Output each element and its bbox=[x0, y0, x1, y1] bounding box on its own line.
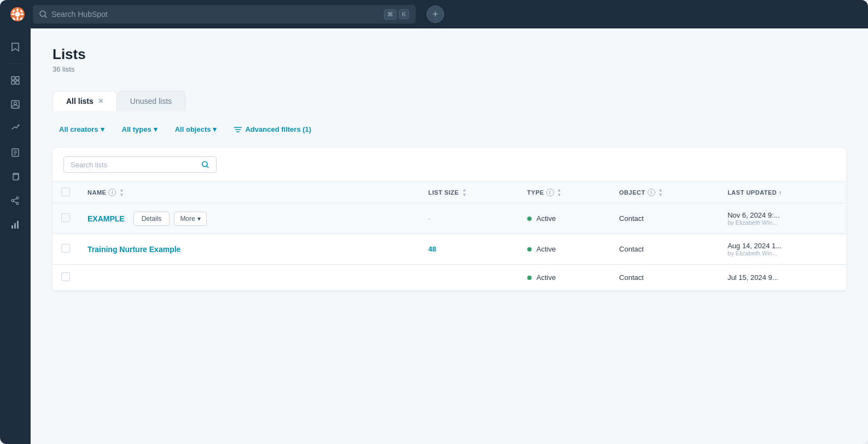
hubspot-logo bbox=[9, 5, 26, 23]
th-type: TYPE i ▲▼ bbox=[519, 182, 610, 203]
th-name-label: NAME bbox=[88, 189, 106, 196]
all-objects-filter[interactable]: All objects ▾ bbox=[168, 122, 224, 137]
row-3-list-size-cell bbox=[420, 265, 519, 291]
tabs-container: All lists ✕ Unused lists bbox=[53, 91, 846, 111]
row-2-type-cell: Active bbox=[519, 234, 610, 265]
row-1-checkbox[interactable] bbox=[61, 213, 70, 222]
cmd-key: ⌘ bbox=[384, 9, 397, 20]
select-all-header[interactable] bbox=[53, 182, 79, 203]
row-2-list-size-cell: 48 bbox=[420, 234, 519, 265]
creators-chevron-icon: ▾ bbox=[101, 125, 104, 133]
row-1-object: Contact bbox=[619, 214, 644, 223]
th-list-size: LIST SIZE ▲▼ bbox=[420, 182, 519, 203]
row-2-type-status: Active bbox=[537, 245, 556, 253]
create-button[interactable]: + bbox=[427, 5, 444, 23]
row-2-checkbox-cell[interactable] bbox=[53, 234, 79, 265]
search-input-wrapper[interactable] bbox=[63, 156, 217, 173]
svg-rect-31 bbox=[17, 221, 19, 229]
svg-rect-3 bbox=[17, 17, 19, 20]
k-key: K bbox=[399, 9, 409, 19]
row-1-checkbox-cell[interactable] bbox=[53, 203, 79, 234]
object-sort[interactable]: ▲▼ bbox=[659, 188, 663, 197]
svg-rect-30 bbox=[14, 223, 16, 229]
svg-rect-2 bbox=[17, 8, 19, 11]
tab-all-lists-close[interactable]: ✕ bbox=[98, 97, 103, 105]
th-type-label: TYPE bbox=[527, 189, 544, 196]
row-1-name-link[interactable]: EXAMPLE bbox=[88, 214, 125, 223]
table-row: EXAMPLE Details More ▾ bbox=[53, 203, 846, 234]
row-2-checkbox[interactable] bbox=[61, 244, 70, 253]
sidebar bbox=[0, 28, 31, 444]
select-all-checkbox[interactable] bbox=[61, 188, 70, 196]
row-1-more-chevron: ▾ bbox=[197, 215, 201, 223]
sidebar-item-grid[interactable] bbox=[5, 71, 25, 90]
sidebar-item-contacts[interactable] bbox=[5, 95, 25, 114]
sidebar-item-copy[interactable] bbox=[5, 167, 25, 186]
object-info-icon[interactable]: i bbox=[648, 189, 655, 196]
row-3-date: Jul 15, 2024 9... bbox=[727, 273, 837, 282]
table-row: Training Nurture Example Details More ▾ bbox=[53, 234, 846, 265]
type-sort[interactable]: ▲▼ bbox=[557, 188, 562, 197]
svg-line-11 bbox=[45, 16, 46, 17]
svg-rect-4 bbox=[11, 14, 15, 15]
tab-all-lists[interactable]: All lists ✕ bbox=[53, 91, 117, 111]
all-types-label: All types bbox=[122, 125, 152, 133]
svg-point-24 bbox=[16, 197, 19, 199]
tab-unused-lists-label: Unused lists bbox=[130, 97, 172, 106]
list-size-sort[interactable]: ▲▼ bbox=[462, 188, 467, 197]
th-object: OBJECT i ▲▼ bbox=[610, 182, 719, 203]
page-title: Lists bbox=[53, 46, 846, 63]
row-3-checkbox[interactable] bbox=[61, 272, 70, 281]
name-info-icon[interactable]: i bbox=[108, 189, 116, 196]
all-types-filter[interactable]: All types ▾ bbox=[115, 122, 164, 137]
row-3-object-cell: Contact bbox=[610, 265, 719, 291]
row-2-name-cell: Training Nurture Example Details More ▾ bbox=[79, 234, 420, 265]
svg-point-17 bbox=[14, 102, 17, 105]
row-3-checkbox-cell[interactable] bbox=[53, 265, 79, 291]
type-info-icon[interactable]: i bbox=[546, 189, 554, 196]
row-1-type-status: Active bbox=[537, 214, 556, 223]
advanced-filters-button[interactable]: Advanced filters (1) bbox=[228, 122, 318, 137]
sidebar-divider bbox=[8, 63, 23, 64]
row-2-updated-by: by Elizabeth Win... bbox=[727, 250, 837, 256]
svg-point-1 bbox=[15, 12, 20, 17]
search-icon bbox=[39, 10, 47, 18]
search-icon bbox=[201, 160, 209, 169]
row-1-last-updated-cell: Nov 6, 2024 9:... by Elizabeth Win... bbox=[719, 203, 846, 234]
sidebar-item-analytics[interactable] bbox=[5, 215, 25, 235]
row-3-type-cell: Active bbox=[519, 265, 610, 291]
svg-point-26 bbox=[16, 202, 19, 205]
search-input[interactable] bbox=[71, 161, 197, 169]
name-sort[interactable]: ▲▼ bbox=[119, 188, 124, 197]
row-1-list-size: - bbox=[428, 214, 430, 223]
all-creators-label: All creators bbox=[59, 125, 98, 133]
sidebar-item-bookmark[interactable] bbox=[5, 37, 25, 57]
tab-unused-lists[interactable]: Unused lists bbox=[117, 91, 185, 111]
all-creators-filter[interactable]: All creators ▾ bbox=[53, 122, 111, 137]
row-2-details-button[interactable]: Details bbox=[189, 242, 226, 256]
svg-line-27 bbox=[14, 198, 16, 200]
row-1-list-size-cell: - bbox=[420, 203, 519, 234]
th-object-label: OBJECT bbox=[619, 189, 645, 196]
advanced-filters-label: Advanced filters (1) bbox=[245, 125, 311, 133]
global-search-bar[interactable]: Search HubSpot ⌘ K bbox=[33, 5, 416, 24]
row-1-details-button[interactable]: Details bbox=[133, 212, 170, 226]
sidebar-item-share[interactable] bbox=[5, 191, 25, 211]
row-2-object: Contact bbox=[619, 245, 644, 253]
svg-rect-13 bbox=[16, 77, 19, 80]
content-area: Lists 36 lists All lists ✕ Unused lists … bbox=[31, 28, 868, 444]
all-objects-label: All objects bbox=[175, 125, 211, 133]
sidebar-item-documents[interactable] bbox=[5, 143, 25, 162]
row-2-more-chevron: ▾ bbox=[253, 246, 257, 253]
row-2-more-button[interactable]: More ▾ bbox=[230, 242, 263, 256]
row-3-last-updated-cell: Jul 15, 2024 9... bbox=[719, 265, 846, 291]
row-3-status-dot bbox=[527, 276, 532, 280]
lists-table: NAME i ▲▼ LIST SIZE ▲▼ bbox=[53, 182, 846, 291]
row-1-more-button[interactable]: More ▾ bbox=[174, 212, 206, 226]
th-list-size-label: LIST SIZE bbox=[428, 189, 459, 196]
row-2-last-updated-cell: Aug 14, 2024 1... by Elizabeth Win... bbox=[719, 234, 846, 265]
sidebar-item-marketing[interactable] bbox=[5, 119, 25, 138]
row-1-updated-by: by Elizabeth Win... bbox=[727, 219, 837, 226]
th-name: NAME i ▲▼ bbox=[79, 182, 420, 203]
row-2-name-link[interactable]: Training Nurture Example bbox=[88, 245, 180, 254]
